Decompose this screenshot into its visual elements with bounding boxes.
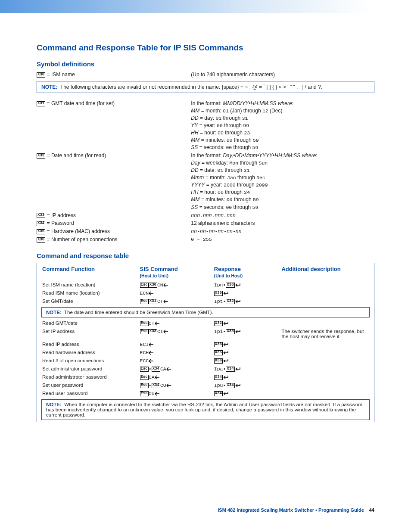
esc-icon: Esc [140, 283, 149, 288]
note-invalid-chars: NOTE: The following characters are inval… [37, 81, 374, 93]
table-note-row: NOTE: When the computer is connected to … [37, 398, 374, 422]
table-subheader-row: (Host to Unit)(Unit to Host) [37, 273, 374, 281]
table-row: Set IP address EscX33CI Ipi•X33 The swit… [37, 327, 374, 340]
symbol-heading: Symbol definitions [37, 60, 374, 68]
table-row: Set user password Esc•X34CU Ipu•X34 [37, 381, 374, 389]
def-row-x34: X34 = Password 12 alphanumeric character… [37, 220, 374, 227]
table-row: Set GMT/date EscX31CT Ipt•X32 [37, 297, 374, 305]
table-row: Read GMT/date EscCT X32 [37, 319, 374, 327]
table-row: Read user password EscCU X34 [37, 389, 374, 398]
command-response-table: Command FunctionSIS CommandResponseAddit… [37, 263, 374, 422]
def-row-x36: X36 = Number of open connections 0 – 255 [37, 236, 374, 243]
def-row-x31: X31 = GMT date and time (for set) In the… [37, 100, 374, 151]
table-row: Read administrator password EscCA X34 [37, 373, 374, 381]
table-row: Read # of open connections ECC X36 [37, 357, 374, 365]
table-note-row: NOTE: The date and time entered should b… [37, 305, 374, 319]
page-body: Command and Response Table for IP SIS Co… [0, 43, 411, 526]
table-row: Read ISM name (location) ECN X30 [37, 289, 374, 297]
def-row-x30: X30 = ISM name (Up to 240 alphanumeric c… [37, 71, 374, 78]
header-gradient [0, 0, 411, 13]
table-row: Read hardware address ECH X35 [37, 348, 374, 357]
x30-box: X30 [37, 72, 45, 78]
def-row-x33: X33 = IP address nnn.nnn.nnn.nnn [37, 212, 374, 219]
def-row-x32: X32 = Date and time (for read) In the fo… [37, 152, 374, 211]
def-row-x35: X35 = Hardware (MAC) address nn-nn-nn-nn… [37, 228, 374, 235]
page-footer: ISM 482 Integrated Scaling Matrix Switch… [218, 507, 374, 513]
arrow-left-icon [163, 283, 169, 287]
enter-icon [235, 283, 241, 287]
main-heading: Command and Response Table for IP SIS Co… [37, 43, 374, 53]
table-row: Read IP address ECI X33 [37, 340, 374, 348]
table-row: Set ISM name (location) EscX30CN Ipn•X30 [37, 281, 374, 289]
table-header-row: Command FunctionSIS CommandResponseAddit… [37, 263, 374, 273]
cmdresp-heading: Command and response table [37, 252, 374, 259]
table-row: Set administrator password Esc•X34CA Ipa… [37, 365, 374, 373]
